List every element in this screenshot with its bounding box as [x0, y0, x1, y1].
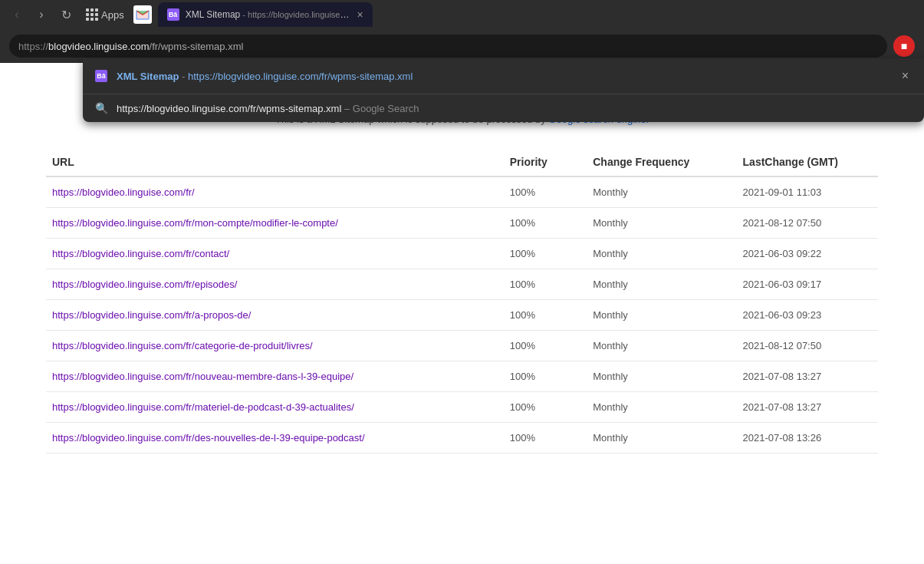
- page-content: XML Sitemap This is a XML Sitemap which …: [0, 63, 924, 564]
- col-header-url: URL: [46, 148, 504, 176]
- sitemap-table: URL Priority Change Frequency LastChange…: [46, 148, 878, 454]
- table-row: https://blogvideo.linguise.com/fr/a-prop…: [46, 300, 878, 331]
- gmail-icon[interactable]: [133, 5, 152, 24]
- url-link[interactable]: https://blogvideo.linguise.com/fr/nouvea…: [52, 371, 353, 382]
- url-link[interactable]: https://blogvideo.linguise.com/fr/catego…: [52, 340, 313, 351]
- frequency-cell: Monthly: [587, 176, 736, 208]
- table-row: https://blogvideo.linguise.com/fr/mon-co…: [46, 208, 878, 239]
- forward-button[interactable]: ›: [31, 4, 52, 25]
- dropdown-item-search[interactable]: 🔍 https://blogvideo.linguise.com/fr/wpms…: [83, 94, 924, 122]
- col-header-priority: Priority: [504, 148, 587, 176]
- priority-cell: 100%: [504, 300, 587, 331]
- frequency-cell: Monthly: [587, 239, 736, 269]
- url-link[interactable]: https://blogvideo.linguise.com/fr/mon-co…: [52, 217, 338, 229]
- frequency-cell: Monthly: [587, 300, 736, 331]
- tab-close-button[interactable]: ×: [357, 8, 363, 21]
- table-row: https://blogvideo.linguise.com/fr/episod…: [46, 269, 878, 300]
- frequency-cell: Monthly: [587, 269, 736, 300]
- priority-cell: 100%: [504, 208, 587, 239]
- frequency-cell: Monthly: [587, 331, 736, 361]
- priority-cell: 100%: [504, 331, 587, 361]
- priority-cell: 100%: [504, 392, 587, 423]
- lastchange-cell: 2021-07-08 13:27: [737, 392, 878, 423]
- dropdown-close-button[interactable]: ×: [899, 66, 912, 86]
- priority-cell: 100%: [504, 269, 587, 300]
- dropdown-text-page: XML Sitemap - https://blogvideo.linguise…: [117, 71, 889, 82]
- frequency-cell: Monthly: [587, 392, 736, 423]
- url-link[interactable]: https://blogvideo.linguise.com/fr/des-no…: [52, 432, 365, 444]
- table-row: https://blogvideo.linguise.com/fr/materi…: [46, 392, 878, 423]
- apps-button[interactable]: Apps: [80, 5, 130, 24]
- apps-label: Apps: [101, 9, 124, 21]
- priority-cell: 100%: [504, 176, 587, 208]
- url-link[interactable]: https://blogvideo.linguise.com/fr/episod…: [52, 279, 237, 290]
- dropdown-item-page[interactable]: Bā XML Sitemap - https://blogvideo.lingu…: [83, 58, 924, 94]
- lastchange-cell: 2021-06-03 09:23: [737, 300, 878, 331]
- search-icon: 🔍: [95, 102, 107, 114]
- table-row: https://blogvideo.linguise.com/fr/catego…: [46, 331, 878, 361]
- lastchange-cell: 2021-07-08 13:27: [737, 361, 878, 392]
- table-row: https://blogvideo.linguise.com/fr/nouvea…: [46, 361, 878, 392]
- tab-favicon: Bā: [167, 8, 179, 21]
- priority-cell: 100%: [504, 361, 587, 392]
- address-bar-url: https://blogvideo.linguise.com/fr/wpms-s…: [18, 41, 878, 52]
- dropdown-text-search: https://blogvideo.linguise.com/fr/wpms-s…: [117, 103, 912, 114]
- apps-grid-icon: [86, 8, 98, 21]
- frequency-cell: Monthly: [587, 423, 736, 454]
- lastchange-cell: 2021-06-03 09:22: [737, 239, 878, 269]
- lastchange-cell: 2021-07-08 13:26: [737, 423, 878, 454]
- address-bar[interactable]: https://blogvideo.linguise.com/fr/wpms-s…: [9, 35, 887, 58]
- dropdown-favicon: Bā: [95, 70, 107, 82]
- extension-red-icon[interactable]: ■: [893, 35, 915, 57]
- table-header-row: URL Priority Change Frequency LastChange…: [46, 148, 878, 176]
- url-link[interactable]: https://blogvideo.linguise.com/fr/contac…: [52, 248, 229, 259]
- active-tab[interactable]: Bā XML Sitemap - https://blogvideo.lingu…: [158, 2, 373, 27]
- col-header-freq: Change Frequency: [587, 148, 736, 176]
- priority-cell: 100%: [504, 239, 587, 269]
- table-row: https://blogvideo.linguise.com/fr/des-no…: [46, 423, 878, 454]
- url-link[interactable]: https://blogvideo.linguise.com/fr/: [52, 186, 195, 198]
- priority-cell: 100%: [504, 423, 587, 454]
- tab-bar: ‹ › ↻ Apps Bā: [0, 0, 924, 29]
- reload-button[interactable]: ↻: [55, 4, 77, 25]
- frequency-cell: Monthly: [587, 361, 736, 392]
- frequency-cell: Monthly: [587, 208, 736, 239]
- table-row: https://blogvideo.linguise.com/fr/ 100% …: [46, 176, 878, 208]
- lastchange-cell: 2021-06-03 09:17: [737, 269, 878, 300]
- table-row: https://blogvideo.linguise.com/fr/contac…: [46, 239, 878, 269]
- lastchange-cell: 2021-08-12 07:50: [737, 331, 878, 361]
- back-button[interactable]: ‹: [6, 4, 28, 25]
- url-link[interactable]: https://blogvideo.linguise.com/fr/a-prop…: [52, 309, 251, 321]
- url-link[interactable]: https://blogvideo.linguise.com/fr/materi…: [52, 401, 354, 413]
- lastchange-cell: 2021-09-01 11:03: [737, 176, 878, 208]
- lastchange-cell: 2021-08-12 07:50: [737, 208, 878, 239]
- tab-title: XML Sitemap - https://blogvideo.linguise…: [186, 9, 351, 20]
- address-dropdown: Bā XML Sitemap - https://blogvideo.lingu…: [83, 58, 924, 122]
- col-header-last: LastChange (GMT): [737, 148, 878, 176]
